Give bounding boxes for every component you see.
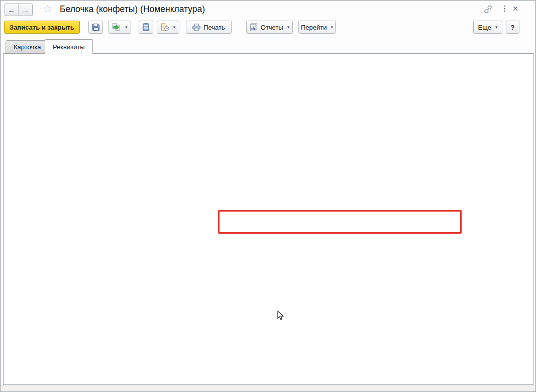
close-icon[interactable]: ✕ [512,5,518,13]
dropdown-caret-icon: ▾ [287,25,290,30]
dropdown-caret-icon: ▾ [125,25,128,30]
get-link-icon[interactable] [483,5,493,14]
nomenclature-window: ← → ☆ Белочка (конфеты) (Номенклатура) ⋮… [0,0,536,392]
history-menu-button[interactable]: ▾ [157,21,179,34]
more-button-label: Еще [478,24,491,31]
reports-button-label: Отчеты [261,24,283,31]
list-stack-icon [143,23,149,31]
floppy-icon [92,23,100,31]
save-and-close-button[interactable]: Записать и закрыть [4,21,80,34]
dropdown-caret-icon: ▾ [495,25,498,30]
favorite-star-icon[interactable]: ☆ [43,3,53,16]
reports-menu-button[interactable]: Отчеты ▾ [246,21,293,34]
copy-document-icon [112,23,121,31]
help-button[interactable]: ? [506,21,519,34]
document-clock-icon [161,23,169,31]
goto-menu-button[interactable]: Перейти ▾ [298,21,336,34]
dropdown-caret-icon: ▾ [173,25,176,30]
tab-details[interactable]: Реквизиты [45,39,93,54]
copy-from-menu-button[interactable]: ▾ [109,21,131,34]
nav-history-group: ← → [5,4,33,16]
print-button-label: Печать [203,24,225,31]
forward-button[interactable]: → [19,4,32,16]
more-button[interactable]: Еще ▾ [473,21,502,34]
window-footer [1,385,535,391]
back-button[interactable]: ← [5,4,19,16]
report-chart-icon [250,23,258,31]
mouse-cursor [277,311,284,320]
window-menu-icon[interactable]: ⋮ [501,4,508,13]
tab-card[interactable]: Карточка [6,40,49,53]
goto-button-label: Перейти [301,24,327,31]
window-title: Белочка (конфеты) (Номенклатура) [60,4,205,15]
printer-icon [192,24,200,31]
print-button[interactable]: Печать [186,21,232,34]
dropdown-caret-icon: ▾ [331,25,334,30]
details-page-panel [3,53,533,385]
save-button[interactable] [88,21,103,34]
structure-button[interactable] [139,21,153,34]
